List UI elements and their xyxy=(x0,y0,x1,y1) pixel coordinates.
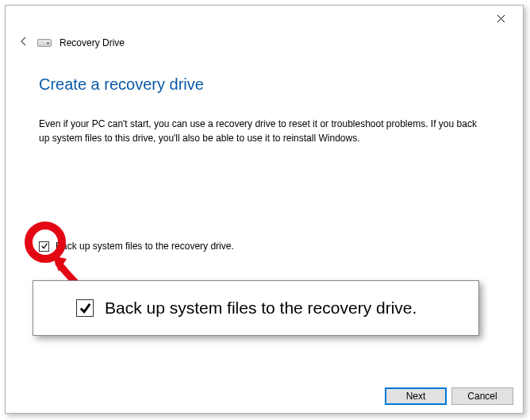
backup-checkbox[interactable] xyxy=(39,241,49,252)
cancel-button[interactable]: Cancel xyxy=(451,387,513,405)
checkmark-icon xyxy=(40,242,48,250)
description-text: Even if your PC can't start, you can use… xyxy=(39,117,483,145)
annotation-zoom-box: Back up system files to the recovery dri… xyxy=(33,280,479,336)
zoom-checkbox xyxy=(76,299,94,317)
window-title: Recovery Drive xyxy=(60,37,125,48)
next-button[interactable]: Next xyxy=(385,387,447,405)
close-icon xyxy=(497,14,505,23)
checkmark-icon xyxy=(79,302,92,315)
header: Recovery Drive xyxy=(18,36,125,49)
page-title: Create a recovery drive xyxy=(39,75,204,94)
zoom-checkbox-label: Back up system files to the recovery dri… xyxy=(105,299,417,318)
backup-checkbox-row: Back up system files to the recovery dri… xyxy=(39,241,234,252)
back-arrow-icon[interactable] xyxy=(18,36,29,49)
button-bar: Next Cancel xyxy=(385,387,513,405)
dialog-window: Recovery Drive Create a recovery drive E… xyxy=(5,5,524,414)
close-button[interactable] xyxy=(485,7,517,29)
annotation-arrow xyxy=(49,249,97,297)
drive-icon xyxy=(37,39,52,47)
backup-checkbox-label: Back up system files to the recovery dri… xyxy=(56,241,234,252)
